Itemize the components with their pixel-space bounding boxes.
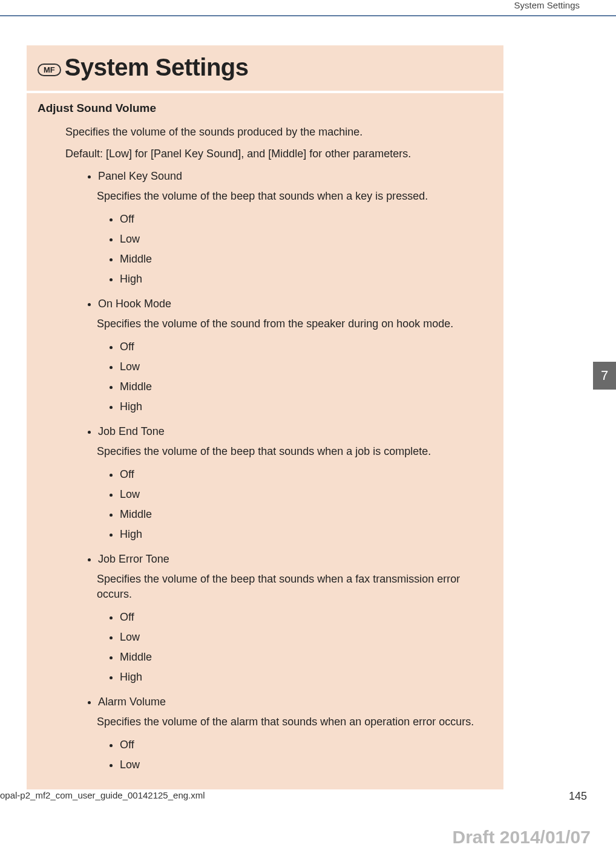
option: Low — [120, 627, 482, 647]
option: Off — [120, 465, 482, 485]
content-block: MF System Settings Adjust Sound Volume S… — [27, 45, 503, 789]
item-desc: Specifies the volume of the sound from t… — [97, 310, 493, 336]
list-item: Job End Tone Specifies the volume of the… — [98, 423, 493, 550]
page-title: System Settings — [65, 54, 249, 81]
option: Middle — [120, 377, 482, 397]
section-heading: Adjust Sound Volume — [27, 93, 503, 121]
title-row: MF System Settings — [27, 45, 503, 93]
list-item: Alarm Volume Specifies the volume of the… — [98, 693, 493, 781]
item-desc: Specifies the volume of the beep that so… — [97, 566, 493, 606]
option: High — [120, 397, 482, 417]
list-item: On Hook Mode Specifies the volume of the… — [98, 295, 493, 423]
option: Off — [120, 337, 482, 357]
option: High — [120, 269, 482, 289]
intro-text-2: Default: [Low] for [Panel Key Sound], an… — [27, 143, 503, 165]
option: Middle — [120, 505, 482, 524]
options-list: Off Low Middle High — [98, 606, 493, 690]
chapter-tab: 7 — [593, 362, 616, 390]
options-list: Off Low — [98, 734, 493, 777]
settings-list: Panel Key Sound Specifies the volume of … — [27, 165, 503, 782]
list-item: Job Error Tone Specifies the volume of t… — [98, 550, 493, 693]
intro-text-1: Specifies the volume of the sounds produ… — [27, 121, 503, 143]
page-root: System Settings MF System Settings Adjus… — [0, 0, 616, 859]
option: Low — [120, 357, 482, 377]
options-list: Off Low Middle High — [98, 208, 493, 292]
running-title: System Settings — [514, 0, 580, 10]
footer-page-number: 145 — [569, 790, 587, 803]
option: Off — [120, 209, 482, 229]
running-header: System Settings — [0, 0, 616, 16]
option: Off — [120, 735, 482, 755]
option: Middle — [120, 249, 482, 269]
option: Off — [120, 607, 482, 627]
item-name: On Hook Mode — [98, 298, 171, 310]
options-list: Off Low Middle High — [98, 336, 493, 419]
item-name: Alarm Volume — [98, 696, 166, 708]
option: Middle — [120, 647, 482, 667]
item-name: Job Error Tone — [98, 553, 169, 565]
mf-badge-icon: MF — [38, 64, 61, 76]
item-desc: Specifies the volume of the beep that so… — [97, 438, 493, 463]
options-list: Off Low Middle High — [98, 463, 493, 547]
item-desc: Specifies the volume of the alarm that s… — [97, 708, 493, 734]
draft-watermark: Draft 2014/01/07 — [453, 827, 591, 848]
footer: opal-p2_mf2_com_user_guide_00142125_eng.… — [0, 790, 616, 803]
option: Low — [120, 485, 482, 505]
item-name: Panel Key Sound — [98, 170, 182, 182]
footer-file: opal-p2_mf2_com_user_guide_00142125_eng.… — [0, 790, 205, 803]
option: High — [120, 667, 482, 687]
option: High — [120, 524, 482, 544]
item-desc: Specifies the volume of the beep that so… — [97, 183, 493, 208]
item-name: Job End Tone — [98, 425, 165, 437]
list-item: Panel Key Sound Specifies the volume of … — [98, 168, 493, 295]
option: Low — [120, 229, 482, 249]
option: Low — [120, 755, 482, 775]
